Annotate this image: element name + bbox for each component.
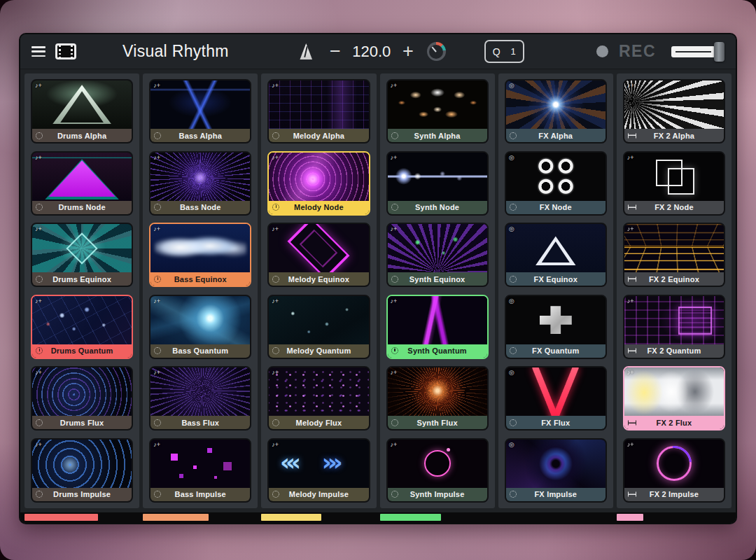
clip-thumbnail: ♪+ [150,296,250,344]
clip-thumbnail: ♪+ [150,224,250,272]
clip-label: FX 2 Alpha [654,132,694,140]
clip-cell[interactable]: ♪+ Synth Equinox [386,223,489,287]
clip-cell[interactable]: ♪+ Bass Impulse [149,438,251,503]
clip-thumbnail: ♪+ [269,80,368,129]
clip-cell[interactable]: ♪+ Drums Node [31,151,133,216]
note-plus-icon: ♪+ [627,154,634,161]
clip-cell[interactable]: ♪+ Melody Quantum [267,295,370,359]
loop-quantize-icon [272,419,279,426]
clip-cell[interactable]: ◎ FX Flux [505,366,607,430]
clip-label: Bass Impulse [175,490,226,498]
clip-cell[interactable]: ♪+ Drums Quantum [31,295,133,359]
loop-quantize-icon [391,276,398,283]
record-target-icon: ◎ [509,298,514,304]
clip-thumbnail: ♪+ [32,224,132,272]
range-icon [628,349,636,354]
quantize-value: 1 [511,46,516,57]
note-plus-icon: ♪+ [627,441,634,448]
menu-icon[interactable] [31,46,46,57]
clip-cell[interactable]: ◎ FX Node [505,151,607,216]
clip-label-bar: Synth Quantum [388,344,487,358]
clip-cell[interactable]: ◎ FX Alpha [505,79,607,144]
clip-cell[interactable]: ♪+ Drums Equinox [31,223,133,287]
loop-quantize-icon [391,204,398,211]
loop-quantize-icon [36,419,43,426]
clip-thumbnail: ♪+ [32,80,132,129]
note-plus-icon: ♪+ [391,82,398,89]
clip-label: Synth Equinox [410,275,465,284]
loop-quantize-icon [154,276,161,283]
clip-cell[interactable]: ♪+ Bass Flux [149,366,251,430]
clip-cell[interactable]: ♪+ FX 2 Impulse [623,438,725,503]
clip-cell[interactable]: ♪+ Drums Alpha [31,79,133,144]
clip-cell[interactable]: ♪+ Synth Impulse [386,438,489,503]
clip-cell[interactable]: ♪+ Synth Node [386,151,489,216]
fader-track[interactable] [671,46,715,57]
header-bar: Visual Rhythm − 120.0 + Q 1 REC [20,34,736,69]
note-plus-icon: ♪+ [391,298,398,304]
clip-cell[interactable]: ◎ FX Quantum [505,295,607,359]
clip-cell[interactable]: ♪+ FX 2 Equinox [623,223,725,287]
column-progress-fill [617,514,643,521]
clip-cell[interactable]: ♪+ Melody Equinox [267,223,370,287]
clip-label-bar: FX Impulse [506,488,606,501]
clip-cell[interactable]: ♪+ FX 2 Flux [623,366,725,430]
clip-cell[interactable]: ◎ FX Impulse [505,438,607,503]
loop-quantize-icon [272,132,279,139]
clip-cell[interactable]: ♪+ Drums Flux [31,366,133,430]
clip-cell[interactable]: ♪+ Synth Quantum [386,295,489,359]
master-fader[interactable] [671,41,724,62]
clip-cell[interactable]: ♪+ Bass Equinox [149,223,251,287]
note-plus-icon: ♪+ [35,441,42,448]
clip-label-bar: Drums Node [32,201,132,214]
clip-cell[interactable]: ♪+ FX 2 Quantum [623,295,725,359]
metronome-icon[interactable] [299,43,314,59]
clip-cell[interactable]: ♪+ Melody Impulse [267,438,370,503]
dial-needle [432,46,437,52]
menu-bar-line [31,55,46,57]
quantize-selector[interactable]: Q 1 [484,40,524,63]
clip-cell[interactable]: ♪+ Synth Alpha [386,79,489,144]
clip-cell[interactable]: ♪+ FX 2 Node [623,151,725,216]
film-strip-icon[interactable] [55,43,76,59]
record-indicator-dot[interactable] [596,46,608,57]
column-progress-fill [380,514,441,521]
clip-grid: ♪+ Drums Alpha ♪+ Drums Node ♪+ Drums Eq… [20,69,736,512]
clip-label: Synth Quantum [407,346,467,355]
tempo-increase-button[interactable]: + [399,42,417,61]
tempo-decrease-button[interactable]: − [326,42,344,61]
loop-quantize-icon [154,204,161,211]
fader-knob[interactable] [714,42,724,62]
clip-thumbnail: ◎ [506,153,606,201]
clip-label: Bass Flux [181,419,219,427]
clip-cell[interactable]: ♪+ Bass Alpha [149,79,251,144]
clip-label-bar: Melody Alpha [269,129,368,142]
clip-thumbnail: ♪+ [32,440,132,488]
clip-label-bar: Drums Equinox [32,272,132,286]
note-plus-icon: ♪+ [272,441,279,448]
clip-thumbnail: ♪+ [32,153,132,201]
range-icon [628,492,636,497]
loop-quantize-icon [36,276,43,283]
clip-cell[interactable]: ♪+ Bass Quantum [149,295,251,359]
column-progress-bar [20,512,736,523]
note-plus-icon: ♪+ [391,225,398,232]
clip-label: FX 2 Flux [657,419,692,427]
clip-label-bar: Synth Node [388,201,487,214]
clip-label-bar: FX Quantum [506,344,606,358]
record-target-icon: ◎ [509,225,514,232]
clip-cell[interactable]: ♪+ Synth Flux [386,366,489,430]
clip-cell[interactable]: ♪+ Drums Impulse [31,438,133,503]
clip-cell[interactable]: ♪+ Melody Node [267,151,370,216]
clip-label-bar: Melody Node [269,201,368,214]
clip-cell[interactable]: ♪+ Bass Node [149,151,251,216]
menu-bar-line [31,50,46,52]
clip-cell[interactable]: ♪+ Melody Alpha [267,79,370,144]
clip-label-bar: FX Flux [506,416,606,429]
tempo-value[interactable]: 120.0 [350,43,393,61]
clip-cell[interactable]: ♪+ FX 2 Alpha [623,79,725,144]
tap-tempo-dial-icon[interactable] [427,42,446,61]
clip-cell[interactable]: ◎ FX Equinox [505,223,607,287]
clip-cell[interactable]: ♪+ Melody Flux [267,366,370,430]
clip-thumbnail: ♪+ [32,296,132,344]
